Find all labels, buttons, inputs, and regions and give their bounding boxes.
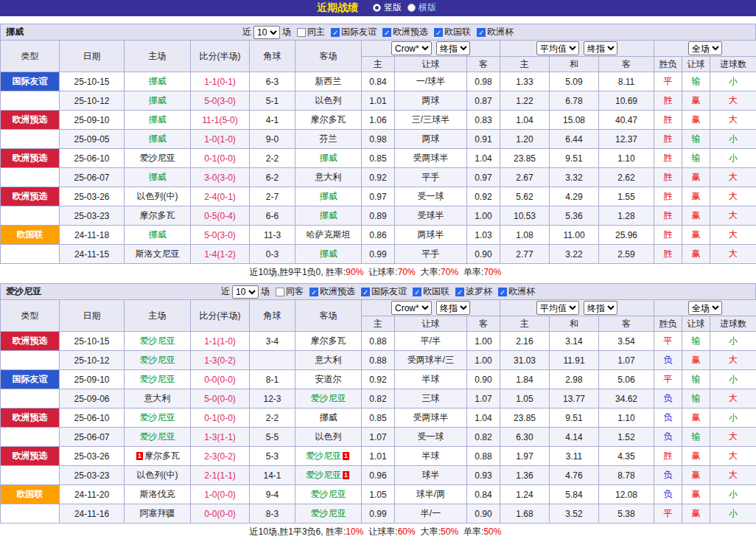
match-date: 25-10-15: [60, 72, 125, 91]
score: 11-1(5-0): [191, 111, 250, 130]
avg-draw: 9.51: [550, 149, 599, 168]
away-team-label: 爱沙尼亚: [311, 508, 346, 518]
checkbox-icon[interactable]: [331, 28, 340, 37]
scope-select[interactable]: 全场: [688, 41, 722, 55]
avg-select-group: 平均值终指: [500, 300, 654, 316]
avg-home: 2.77: [500, 245, 550, 264]
filter-checkbox[interactable]: 同主: [297, 26, 325, 38]
checkbox-icon[interactable]: [309, 288, 318, 296]
away-team: 挪威: [295, 206, 362, 226]
result-goals: 大: [710, 226, 756, 245]
avg-home: 1.20: [500, 130, 550, 149]
avg-draw: 4.76: [550, 466, 599, 485]
checkbox-icon[interactable]: [477, 28, 486, 37]
match-date: 25-10-12: [60, 91, 125, 111]
checkbox-icon[interactable]: [413, 288, 421, 296]
match-row: 欧洲预选25-03-26以色列(中)2-4(0-1)2-7挪威0.97受一球0.…: [1, 187, 756, 206]
result-handicap: 输: [682, 149, 710, 168]
odds-home: 0.86: [362, 226, 395, 245]
home-team-label: 挪威: [149, 95, 167, 105]
odds-stage-select[interactable]: 终指: [436, 301, 470, 315]
view-option[interactable]: 竖版: [373, 1, 402, 14]
result-goals: 大: [710, 428, 756, 447]
avg-stage-select[interactable]: 终指: [584, 41, 617, 55]
team-section: 爱沙尼亚近10场同客欧洲预选国际友谊欧国联波罗杯欧洲杯类型日期主场比分(半场)角…: [0, 283, 756, 539]
filter-checkbox[interactable]: 欧国联: [413, 285, 449, 298]
odds-away: 0.90: [467, 245, 500, 264]
match-row: 欧洲预选25-03-261摩尔多瓦2-3(0-2)5-3爱沙尼亚11.01半球0…: [1, 447, 756, 466]
handicap: 两球: [395, 130, 467, 149]
odds-away: 0.82: [467, 428, 500, 447]
result-outcome: 平: [654, 72, 682, 91]
handicap: 半球: [395, 447, 467, 466]
checkbox-icon[interactable]: [297, 28, 306, 37]
result-handicap: 赢: [682, 408, 710, 428]
avg-draw: 15.08: [550, 111, 599, 130]
filter-checkbox[interactable]: 国际友谊: [361, 285, 407, 298]
away-team: 挪威: [295, 187, 362, 206]
filter-checkbox[interactable]: 欧洲杯: [477, 26, 514, 38]
away-team: 意大利: [295, 168, 362, 187]
recent-count-select[interactable]: 10: [232, 285, 259, 299]
home-team: 1摩尔多瓦: [125, 447, 191, 466]
score: 2-1(1-1): [191, 466, 250, 485]
checkbox-icon[interactable]: [498, 288, 507, 296]
corner-score: 2-2: [250, 149, 295, 168]
odds-home: 0.96: [362, 466, 395, 485]
checkbox-icon[interactable]: [455, 288, 464, 296]
match-row: 欧国联24-11-15斯洛文尼亚1-4(1-2)0-3挪威0.99平手0.902…: [1, 245, 756, 264]
home-team-label: 挪威: [149, 76, 167, 86]
checkbox-icon[interactable]: [434, 28, 443, 37]
score: 0-5(0-4): [191, 206, 250, 226]
away-team: 爱沙尼亚: [295, 504, 362, 524]
result-outcome: 胜: [654, 111, 682, 130]
filter-checkbox[interactable]: 国际友谊: [331, 26, 377, 38]
filter-checkbox[interactable]: 同客: [276, 285, 304, 298]
odds-source-select[interactable]: Crow*: [391, 41, 432, 55]
summary-stat-value: 10%: [346, 526, 363, 537]
result-handicap: 赢: [682, 245, 710, 264]
summary-stat-label: 单率:: [463, 526, 483, 537]
filter-checkbox[interactable]: 欧洲预选: [309, 285, 355, 298]
competition-badge: 欧洲预选: [1, 111, 60, 130]
odds-home: 0.88: [362, 351, 395, 370]
competition-badge: 欧洲预选: [1, 187, 60, 206]
home-team: 爱沙尼亚: [125, 149, 191, 168]
result-goals: 大: [710, 91, 756, 111]
result-goals: 小: [710, 149, 756, 168]
home-team: 爱沙尼亚: [125, 428, 191, 447]
home-team-label: 摩尔多瓦: [140, 210, 175, 220]
match-row: 欧国联24-11-20斯洛伐克1-0(0-0)9-4爱沙尼亚1.05球半/两0.…: [1, 485, 756, 504]
odds-stage-select[interactable]: 终指: [436, 41, 470, 55]
checkbox-icon[interactable]: [361, 288, 370, 296]
result-outcome: 负: [654, 466, 682, 485]
view-option[interactable]: 横版: [407, 1, 436, 14]
radio-icon[interactable]: [373, 4, 381, 12]
recent-count-select[interactable]: 10: [253, 26, 280, 39]
odds-source-select[interactable]: Crow*: [391, 301, 432, 315]
filter-checkbox[interactable]: 波罗杯: [455, 285, 492, 298]
scope-select[interactable]: 全场: [688, 301, 722, 315]
avg-draw: 6.44: [550, 130, 599, 149]
score: 1-4(1-2): [191, 245, 250, 264]
summary-stat-label: 胜率:: [326, 267, 346, 277]
filter-checkbox[interactable]: 欧洲杯: [498, 285, 535, 298]
result-handicap: 输: [682, 72, 710, 91]
avg-home: 10.53: [500, 206, 550, 226]
avg-stage-select[interactable]: 终指: [584, 301, 617, 315]
away-team-label: 意大利: [315, 355, 342, 365]
filter-checkbox[interactable]: 欧洲预选: [382, 26, 428, 38]
result-handicap: 赢: [682, 168, 710, 187]
avg-source-select[interactable]: 平均值: [536, 301, 579, 315]
avg-home: 1.08: [500, 226, 550, 245]
home-team-label: 以色列(中): [137, 470, 178, 480]
away-team-label: 挪威: [320, 248, 337, 259]
checkbox-icon[interactable]: [276, 288, 284, 296]
avg-source-select[interactable]: 平均值: [536, 41, 579, 55]
checkbox-icon[interactable]: [382, 28, 391, 37]
radio-icon[interactable]: [407, 4, 416, 12]
corner-score: 2-2: [250, 408, 295, 428]
home-team: 阿塞拜疆: [125, 504, 191, 524]
filter-checkbox[interactable]: 欧国联: [434, 26, 471, 38]
competition-badge: 欧国联: [1, 226, 60, 245]
